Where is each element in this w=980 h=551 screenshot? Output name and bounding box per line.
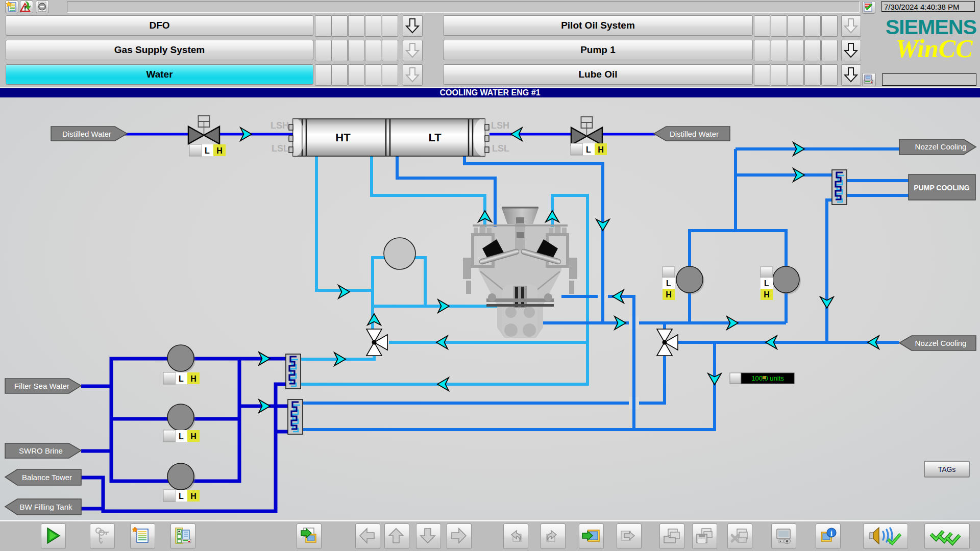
svg-text:Distilled Water: Distilled Water xyxy=(62,130,111,138)
svg-text:*: * xyxy=(133,525,137,538)
svg-text:Nozzel Cooling: Nozzel Cooling xyxy=(915,142,967,151)
svg-text:LT: LT xyxy=(428,131,442,144)
svg-text:LSL: LSL xyxy=(492,143,509,154)
svg-text:BW Filling Tank: BW Filling Tank xyxy=(19,503,72,511)
svg-text:Distilled Water: Distilled Water xyxy=(670,130,719,138)
svg-text:Nozzel Cooling: Nozzel Cooling xyxy=(915,339,967,347)
svg-text:Balance Tower: Balance Tower xyxy=(22,473,72,482)
svg-text:TAGs: TAGs xyxy=(938,465,956,473)
svg-text:LSH: LSH xyxy=(271,120,289,131)
svg-text:100.0 units: 100.0 units xyxy=(751,374,784,382)
svg-text:i: i xyxy=(830,530,832,537)
svg-text:Filter Sea Water: Filter Sea Water xyxy=(14,382,69,390)
svg-text:SWRO Brine: SWRO Brine xyxy=(19,446,63,455)
svg-text:LSL: LSL xyxy=(272,143,289,154)
svg-text:HT: HT xyxy=(335,131,351,144)
svg-text:LSH: LSH xyxy=(491,120,509,131)
svg-text:PUMP COOLING: PUMP COOLING xyxy=(914,184,970,192)
